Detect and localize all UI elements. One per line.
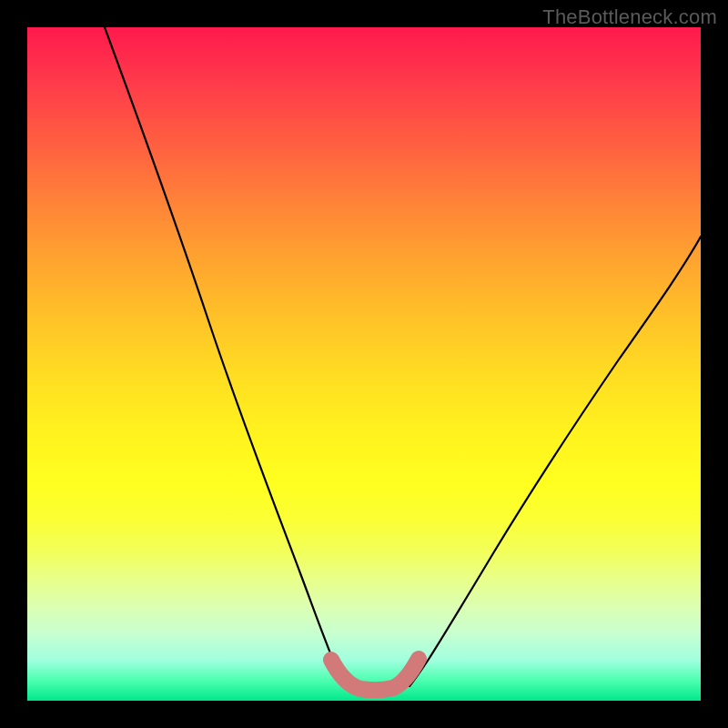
plot-area xyxy=(27,27,701,701)
curve-left-branch xyxy=(105,27,346,686)
curve-right-branch xyxy=(410,237,701,686)
curve-layer xyxy=(27,27,701,701)
watermark-text: TheBottleneck.com xyxy=(542,5,717,29)
curve-valley-highlight xyxy=(331,659,419,690)
chart-frame: TheBottleneck.com xyxy=(0,0,728,728)
